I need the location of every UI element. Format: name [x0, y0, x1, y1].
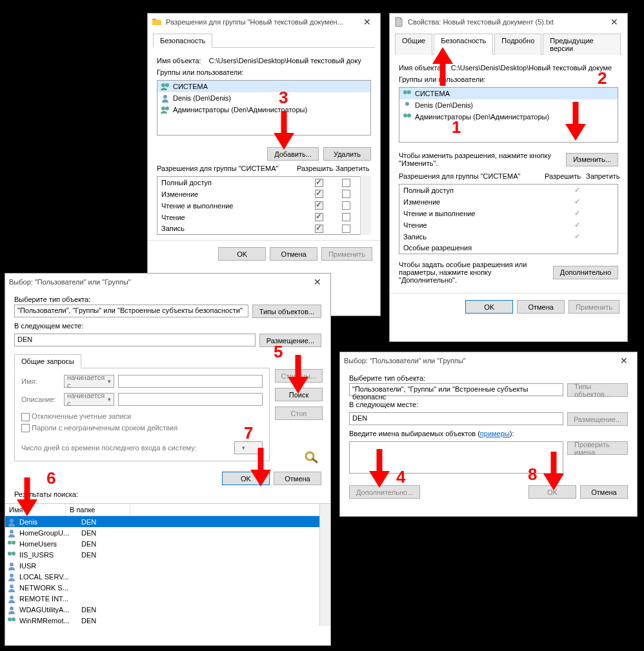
object-types-button[interactable]: Типы объектов... [252, 305, 321, 318]
cancel-button[interactable]: Отмена [517, 300, 565, 314]
result-folder: DEN [81, 551, 133, 559]
deny-checkbox[interactable] [342, 201, 350, 210]
svg-point-24 [12, 617, 15, 621]
locations-button[interactable]: Размещение... [567, 412, 628, 426]
days-select[interactable] [234, 441, 263, 454]
allow-col: Разрешить [545, 172, 586, 180]
annotation-number: 8 [528, 465, 537, 485]
name-filter-input[interactable] [118, 375, 263, 388]
advanced-button[interactable]: Дополнительно [553, 266, 618, 279]
col-folder[interactable]: В папке [66, 504, 130, 516]
allow-checkbox[interactable] [315, 213, 323, 221]
panel-body: Выберите тип объекта: "Пользователи", "Г… [340, 369, 637, 504]
permissions-table: Полный доступ Изменение Чтение и выполне… [157, 176, 371, 235]
close-icon[interactable]: ✕ [605, 17, 623, 27]
nonexpiring-pwd-checkbox[interactable] [21, 424, 30, 432]
deny-checkbox[interactable] [342, 213, 350, 221]
result-name: NETWORK S... [19, 584, 79, 592]
stop-button[interactable]: Стоп [275, 406, 323, 420]
scrollbar[interactable] [319, 504, 330, 626]
group-icon [6, 539, 17, 549]
object-types-button[interactable]: Типы объектов... [567, 383, 628, 397]
ok-button[interactable]: OK [528, 485, 576, 499]
ok-button[interactable]: OK [465, 300, 513, 314]
deny-checkbox[interactable] [342, 190, 350, 198]
tab-common-queries[interactable]: Общие запросы [14, 354, 81, 368]
find-now-button[interactable]: Поиск [275, 388, 323, 401]
col-name[interactable]: Имя [5, 504, 66, 516]
tab-previous-versions[interactable]: Предыдущие версии [543, 34, 621, 55]
close-icon[interactable]: ✕ [358, 17, 376, 27]
list-item[interactable]: Denis (Den\Denis) [399, 99, 618, 111]
users-list[interactable]: СИСТЕМА Denis (Den\Denis) Администраторы… [399, 87, 618, 143]
user-icon [6, 528, 17, 538]
table-row: Особые разрешения [399, 243, 618, 254]
table-row[interactable]: NETWORK S... [5, 582, 330, 593]
tab-security[interactable]: Безопасность [153, 34, 212, 48]
window-title: Разрешения для группы "Новый текстовый д… [166, 18, 358, 26]
result-name: WinRMRemot... [19, 617, 79, 625]
cancel-button[interactable]: Отмена [274, 472, 321, 485]
list-item[interactable]: СИСТЕМА [157, 81, 370, 92]
desc-filter-input[interactable] [118, 393, 263, 406]
columns-button[interactable]: Столбцы... [275, 369, 323, 383]
allow-checkbox[interactable] [315, 225, 323, 233]
table-row[interactable]: IIS_IUSRSDEN [5, 549, 330, 560]
examples-link[interactable]: примеры [480, 430, 510, 437]
users-list[interactable]: СИСТЕМА Denis (Den\Denis) Администраторы… [157, 80, 371, 135]
select-users-advanced-window: Выбор: "Пользователи" или "Группы" ✕ Выб… [5, 273, 331, 646]
tab-general[interactable]: Общие [395, 34, 432, 55]
list-item[interactable]: Администраторы (Den\Администраторы) [399, 111, 618, 123]
locations-button[interactable]: Размещение... [259, 334, 321, 347]
remove-button[interactable]: Удалить [323, 147, 371, 161]
allow-checkbox[interactable] [315, 179, 323, 187]
ok-button[interactable]: OK [218, 247, 266, 261]
table-row[interactable]: IUSR [5, 560, 330, 571]
apply-button[interactable]: Применить [321, 247, 372, 261]
result-name: IUSR [19, 562, 79, 570]
deny-checkbox[interactable] [342, 225, 350, 233]
svg-point-9 [407, 114, 411, 117]
table-row[interactable]: LOCAL SERV... [5, 571, 330, 582]
add-button[interactable]: Добавить... [267, 147, 319, 161]
advanced-button[interactable]: Дополнительно... [349, 485, 420, 499]
tab-details[interactable]: Подробно [494, 34, 541, 55]
apply-button[interactable]: Применить [569, 300, 619, 314]
tab-security[interactable]: Безопасность [434, 34, 493, 55]
name-op-select[interactable]: начинается с [64, 375, 114, 388]
desc-filter-label: Описание: [21, 396, 60, 403]
close-icon[interactable]: ✕ [308, 277, 327, 287]
scrollbar[interactable] [360, 176, 371, 235]
deny-checkbox[interactable] [342, 179, 350, 187]
table-row[interactable]: HomeGroupU...DEN [5, 527, 330, 538]
svg-point-19 [10, 574, 14, 577]
result-folder: DEN [81, 540, 133, 548]
table-row: Запись [157, 223, 371, 235]
allow-checkbox[interactable] [315, 190, 323, 198]
allow-checkbox[interactable] [315, 201, 323, 210]
result-name: Denis [19, 518, 79, 526]
list-item[interactable]: Denis (Den\Denis) [157, 92, 370, 104]
list-item[interactable]: СИСТЕМА [399, 88, 618, 99]
table-row: Чтение и выполнение✓ [399, 208, 618, 219]
cancel-button[interactable]: Отмена [580, 485, 628, 499]
desc-op-select[interactable]: начинается с [64, 393, 114, 406]
check-names-button[interactable]: Проверить имена [567, 441, 628, 455]
close-icon[interactable]: ✕ [615, 356, 633, 366]
edit-button[interactable]: Изменить... [566, 153, 618, 166]
window-title: Выбор: "Пользователи" или "Группы" [344, 357, 615, 365]
disabled-accounts-checkbox[interactable] [21, 413, 30, 421]
list-item[interactable]: Администраторы (Den\Администраторы) [157, 104, 370, 115]
list-item-label: Администраторы (Den\Администраторы) [415, 113, 549, 121]
table-row[interactable]: DenisDEN [5, 516, 330, 527]
ok-button[interactable]: OK [222, 472, 270, 485]
object-path: C:\Users\Denis\Desktop\Новый текстовый д… [451, 64, 612, 72]
cancel-button[interactable]: Отмена [270, 247, 317, 261]
table-row[interactable]: REMOTE INT... [5, 593, 330, 604]
table-row[interactable]: WinRMRemot...DEN [5, 615, 330, 626]
table-row[interactable]: HomeUsersDEN [5, 538, 330, 549]
annotation-number: 4 [396, 467, 405, 487]
table-row[interactable]: WDAGUtilityA...DEN [5, 604, 330, 615]
svg-point-22 [10, 606, 14, 610]
permissions-table: Полный доступ✓ Изменение✓ Чтение и выпол… [399, 184, 618, 254]
